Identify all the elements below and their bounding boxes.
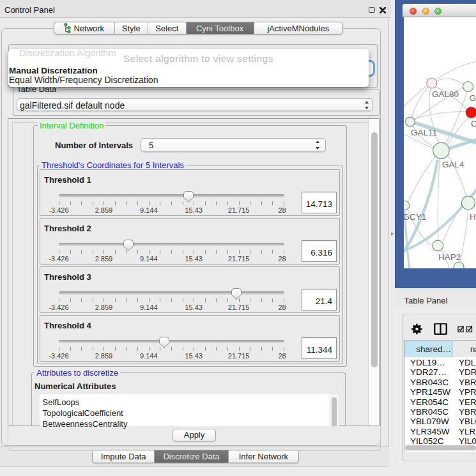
svg-text:GCY1: GCY1 <box>404 212 426 222</box>
svg-text:CD: CD <box>471 119 476 128</box>
svg-text:GAL80: GAL80 <box>432 89 459 99</box>
svg-text:GA: GA <box>470 93 476 103</box>
svg-text:GAL11: GAL11 <box>411 128 437 137</box>
svg-text:GAL4: GAL4 <box>442 160 464 169</box>
svg-text:HS: HS <box>470 212 476 222</box>
svg-text:HAP2: HAP2 <box>438 252 461 262</box>
